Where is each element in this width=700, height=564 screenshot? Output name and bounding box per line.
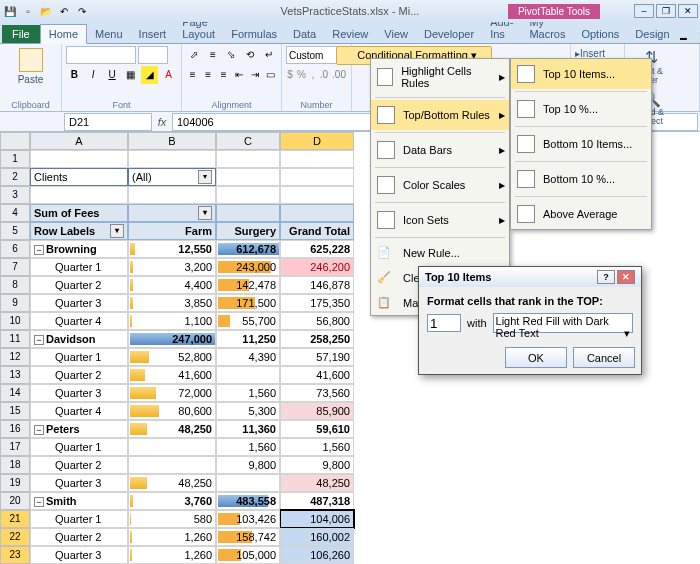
quarter-row[interactable]: Quarter 2 <box>30 366 128 384</box>
cf-newrule[interactable]: 📄New Rule... <box>371 240 509 265</box>
quarter-row[interactable]: Quarter 3 <box>30 474 128 492</box>
cell[interactable]: 247,000 <box>128 330 216 348</box>
underline-button[interactable]: U <box>104 66 121 84</box>
cf-colorscales[interactable]: Color Scales▶ <box>371 170 509 200</box>
cell[interactable]: 483,558 <box>216 492 280 510</box>
cell[interactable]: 1,260 <box>128 528 216 546</box>
minimize-ribbon-icon[interactable]: 🗕 <box>678 30 689 43</box>
tab-design[interactable]: Design <box>627 25 677 43</box>
file-tab[interactable]: File <box>2 25 40 43</box>
row-header[interactable]: 1 <box>0 150 30 168</box>
cell[interactable]: 52,800 <box>128 348 216 366</box>
cell[interactable]: 1,100 <box>128 312 216 330</box>
cell[interactable]: 57,190 <box>280 348 354 366</box>
quarter-row[interactable]: Quarter 1 <box>30 258 128 276</box>
peters-row[interactable]: −Peters <box>30 420 128 438</box>
cell[interactable]: 80,600 <box>128 402 216 420</box>
sub-bot10pct[interactable]: Bottom 10 %... <box>511 164 651 194</box>
tab-formulas[interactable]: Formulas <box>223 25 285 43</box>
row-header[interactable]: 10 <box>0 312 30 330</box>
sumfees-label[interactable]: Sum of Fees <box>30 204 128 222</box>
cell[interactable]: 41,600 <box>128 366 216 384</box>
row-header[interactable]: 9 <box>0 294 30 312</box>
columns-dropdown[interactable]: ▾ <box>128 204 216 222</box>
row-header[interactable]: 13 <box>0 366 30 384</box>
cell[interactable]: 580 <box>128 510 216 528</box>
cell[interactable]: 487,318 <box>280 492 354 510</box>
close-button[interactable]: ✕ <box>678 4 698 18</box>
format-select[interactable]: Light Red Fill with Dark Red Text ▾ <box>493 313 633 333</box>
cell[interactable]: 11,250 <box>216 330 280 348</box>
quarter-row[interactable]: Quarter 3 <box>30 294 128 312</box>
merge-button[interactable]: ▭ <box>264 66 278 84</box>
row-header[interactable]: 12 <box>0 348 30 366</box>
quarter-row[interactable]: Quarter 1 <box>30 438 128 456</box>
cell[interactable]: 4,400 <box>128 276 216 294</box>
quarter-row[interactable]: Quarter 2 <box>30 276 128 294</box>
name-box[interactable] <box>64 113 152 131</box>
rowlabels-header[interactable]: Row Labels▾ <box>30 222 128 240</box>
redo-icon[interactable]: ↷ <box>74 3 90 19</box>
cell[interactable]: 625,228 <box>280 240 354 258</box>
font-name-select[interactable] <box>66 46 136 64</box>
align-top-button[interactable]: ⬀ <box>186 46 203 64</box>
cell[interactable]: 3,850 <box>128 294 216 312</box>
row-header[interactable]: 22 <box>0 528 30 546</box>
wrap-text-button[interactable]: ↵ <box>260 46 277 64</box>
cell[interactable]: 9,800 <box>216 456 280 474</box>
cell[interactable]: 175,350 <box>280 294 354 312</box>
indent-left-button[interactable]: ⇤ <box>233 66 247 84</box>
row-header[interactable]: 3 <box>0 186 30 204</box>
davidson-row[interactable]: −Davidson <box>30 330 128 348</box>
col-header-A[interactable]: A <box>30 132 128 150</box>
cell[interactable]: 5,300 <box>216 402 280 420</box>
row-header[interactable]: 7 <box>0 258 30 276</box>
dialog-close-button[interactable]: ✕ <box>617 270 635 284</box>
orientation-button[interactable]: ⟲ <box>242 46 259 64</box>
col-header-C[interactable]: C <box>216 132 280 150</box>
cell[interactable]: 246,200 <box>280 258 354 276</box>
sub-bot10items[interactable]: Bottom 10 Items... <box>511 129 651 159</box>
quarter-row[interactable]: Quarter 3 <box>30 384 128 402</box>
cf-iconsets[interactable]: Icon Sets▶ <box>371 205 509 235</box>
restore-button[interactable]: ❐ <box>656 4 676 18</box>
browning-row[interactable]: −Browning <box>30 240 128 258</box>
smith-row[interactable]: −Smith <box>30 492 128 510</box>
align-center-button[interactable]: ≡ <box>202 66 216 84</box>
bold-button[interactable]: B <box>66 66 83 84</box>
clients-filter[interactable]: (All)▾ <box>128 168 216 186</box>
cell[interactable]: 243,000 <box>216 258 280 276</box>
cell[interactable]: 3,200 <box>128 258 216 276</box>
cell[interactable]: 171,500 <box>216 294 280 312</box>
open-icon[interactable]: 📂 <box>38 3 54 19</box>
cell[interactable]: 48,250 <box>128 474 216 492</box>
quarter-row[interactable]: Quarter 3 <box>30 546 128 564</box>
fx-icon[interactable]: fx <box>152 116 172 128</box>
row-header[interactable]: 6 <box>0 240 30 258</box>
paste-button[interactable]: Paste <box>4 46 57 87</box>
cancel-button[interactable]: Cancel <box>573 347 635 368</box>
quarter-row[interactable]: Quarter 1 <box>30 348 128 366</box>
cell[interactable]: 160,002 <box>280 528 354 546</box>
top-value-input[interactable] <box>427 314 461 332</box>
row-dropdown-icon[interactable]: ▾ <box>110 224 124 238</box>
dialog-titlebar[interactable]: Top 10 Items ? ✕ <box>419 267 641 287</box>
collapse-icon[interactable]: − <box>34 335 44 345</box>
quarter-row[interactable]: Quarter 2 <box>30 456 128 474</box>
cell[interactable]: 73,560 <box>280 384 354 402</box>
quarter-row[interactable]: Quarter 4 <box>30 402 128 420</box>
cell[interactable]: 9,800 <box>280 456 354 474</box>
select-all-corner[interactable] <box>0 132 30 150</box>
cell[interactable] <box>128 438 216 456</box>
cf-highlight-rules[interactable]: Highlight Cells Rules▶ <box>371 59 509 95</box>
collapse-icon[interactable]: − <box>34 425 44 435</box>
cell[interactable]: 1,560 <box>280 438 354 456</box>
clients-label[interactable]: Clients <box>30 168 128 186</box>
cell[interactable]: 72,000 <box>128 384 216 402</box>
tab-data[interactable]: Data <box>285 25 324 43</box>
sub-top10pct[interactable]: Top 10 %... <box>511 94 651 124</box>
cell[interactable]: 59,610 <box>280 420 354 438</box>
quarter-row[interactable]: Quarter 4 <box>30 312 128 330</box>
cell[interactable]: 1,560 <box>216 438 280 456</box>
font-size-select[interactable] <box>138 46 168 64</box>
